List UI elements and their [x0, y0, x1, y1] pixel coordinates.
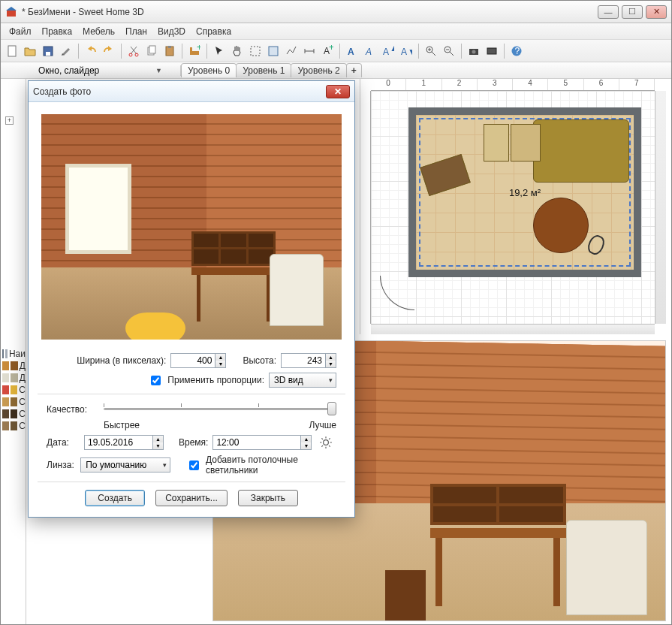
- list-item[interactable]: Наи: [1, 348, 26, 360]
- close-window-button[interactable]: ✕: [646, 5, 667, 19]
- furniture-desk[interactable]: [420, 154, 471, 196]
- create-dimension-icon[interactable]: [301, 43, 318, 59]
- menu-plan[interactable]: План: [120, 25, 152, 38]
- create-polyline-icon[interactable]: [283, 43, 300, 59]
- height-spinner[interactable]: ▲▼: [281, 353, 336, 368]
- zoom-in-icon[interactable]: [423, 43, 439, 59]
- select-tool-icon[interactable]: [211, 43, 228, 59]
- time-input[interactable]: [212, 435, 301, 450]
- undo-icon[interactable]: [83, 43, 99, 59]
- tab-level-0[interactable]: Уровень 0: [181, 63, 237, 77]
- level-tabs: Уровень 0 Уровень 1 Уровень 2 +: [181, 63, 361, 77]
- toolbar: + A+ A A A▲ A▼ ?: [1, 40, 671, 62]
- furniture-sofa[interactable]: [533, 119, 629, 183]
- svg-text:+: +: [329, 45, 333, 53]
- list-item[interactable]: Д: [1, 360, 26, 372]
- zoom-out-icon[interactable]: [441, 43, 457, 59]
- svg-rect-12: [190, 47, 192, 51]
- menu-view3d[interactable]: Вид3D: [152, 25, 191, 38]
- menu-furniture[interactable]: Мебель: [77, 25, 120, 38]
- titlebar: * БезИмени - Sweet Home 3D — ☐ ✕: [1, 1, 671, 23]
- furniture-cabinet-2[interactable]: [511, 124, 541, 162]
- help-icon[interactable]: ?: [508, 43, 525, 59]
- catalog-current[interactable]: Окно, слайдер ▼: [1, 65, 181, 76]
- list-item[interactable]: Д: [1, 372, 26, 384]
- width-spinner[interactable]: ▲▼: [170, 353, 226, 368]
- aspect-ratio-checkbox[interactable]: [151, 376, 161, 385]
- ruler-vertical: [360, 91, 371, 324]
- minimize-button[interactable]: —: [598, 5, 619, 19]
- list-item[interactable]: С: [1, 384, 26, 396]
- spinner-arrows-icon[interactable]: ▲▼: [301, 435, 312, 450]
- lens-label: Линза:: [47, 460, 76, 470]
- svg-rect-8: [149, 46, 155, 53]
- preferences-icon[interactable]: [58, 43, 74, 59]
- door-swing[interactable]: [380, 276, 414, 310]
- view3d-armchair: [566, 520, 647, 614]
- text-italic-icon[interactable]: A: [362, 43, 378, 59]
- spinner-arrows-icon[interactable]: ▲▼: [153, 435, 164, 450]
- plan-vertical-scrollbar[interactable]: [655, 91, 666, 324]
- save-button[interactable]: Сохранить...: [155, 490, 228, 506]
- date-input[interactable]: [84, 435, 153, 450]
- list-item[interactable]: С: [1, 396, 26, 408]
- plan-view[interactable]: 01234567 19,2 м²: [360, 79, 666, 334]
- list-item[interactable]: С: [1, 420, 26, 432]
- ruler-tick: 3: [478, 79, 513, 90]
- svg-text:+: +: [197, 45, 200, 53]
- maximize-button[interactable]: ☐: [622, 5, 643, 19]
- height-input[interactable]: [281, 353, 326, 368]
- menu-file[interactable]: Файл: [4, 25, 37, 38]
- svg-point-32: [324, 440, 329, 445]
- furniture-round-table[interactable]: [533, 198, 589, 253]
- svg-text:▼: ▼: [408, 47, 412, 57]
- quality-slider[interactable]: [104, 400, 336, 418]
- copy-icon[interactable]: [143, 43, 160, 59]
- width-input[interactable]: [170, 353, 215, 368]
- paste-icon[interactable]: [161, 43, 178, 59]
- create-text-icon[interactable]: A+: [319, 43, 336, 59]
- spinner-arrows-icon[interactable]: ▲▼: [215, 353, 226, 368]
- camera-marker-icon[interactable]: [585, 233, 607, 257]
- open-icon[interactable]: [22, 43, 38, 59]
- tree-expand-icon[interactable]: +: [5, 116, 14, 125]
- dialog-close-button[interactable]: ✕: [326, 85, 350, 98]
- text-decrease-icon[interactable]: A▼: [398, 43, 414, 59]
- add-furniture-icon[interactable]: +: [186, 43, 203, 59]
- slider-thumb[interactable]: [327, 402, 336, 415]
- cut-icon[interactable]: [125, 43, 142, 59]
- video-icon[interactable]: [484, 43, 500, 59]
- list-item[interactable]: С: [1, 408, 26, 420]
- save-icon[interactable]: [40, 43, 56, 59]
- plan-grid[interactable]: 19,2 м²: [371, 91, 655, 324]
- furniture-cabinet-1[interactable]: [484, 124, 509, 162]
- ceiling-lights-checkbox[interactable]: [189, 460, 199, 470]
- camera-icon[interactable]: [466, 43, 482, 59]
- create-walls-icon[interactable]: [247, 43, 264, 59]
- room-outline[interactable]: 19,2 м²: [408, 107, 641, 277]
- tab-add-level[interactable]: +: [346, 63, 362, 77]
- furniture-list: НаиДДСССС: [1, 348, 26, 432]
- create-button[interactable]: Создать: [85, 490, 145, 506]
- plan-horizontal-scrollbar[interactable]: [371, 324, 655, 334]
- lens-combo[interactable]: По умолчанию: [80, 457, 170, 473]
- svg-rect-10: [168, 46, 171, 48]
- svg-rect-14: [251, 47, 260, 56]
- new-icon[interactable]: [4, 43, 20, 59]
- menu-help[interactable]: Справка: [191, 25, 237, 38]
- create-photo-dialog: Создать фото ✕ Ширина (в пикселах): ▲▼: [28, 80, 355, 518]
- date-spinner[interactable]: ▲▼: [84, 435, 164, 450]
- close-button[interactable]: Закрыть: [238, 490, 298, 506]
- text-increase-icon[interactable]: A▲: [380, 43, 396, 59]
- text-bold-icon[interactable]: A: [344, 43, 360, 59]
- spinner-arrows-icon[interactable]: ▲▼: [326, 353, 336, 368]
- tab-level-2[interactable]: Уровень 2: [291, 63, 346, 77]
- menu-edit[interactable]: Правка: [37, 25, 78, 38]
- create-room-icon[interactable]: [265, 43, 282, 59]
- redo-icon[interactable]: [101, 43, 117, 59]
- time-spinner[interactable]: ▲▼: [212, 435, 312, 450]
- aspect-ratio-combo[interactable]: 3D вид: [269, 373, 336, 388]
- tab-level-1[interactable]: Уровень 1: [236, 63, 291, 77]
- pan-tool-icon[interactable]: [229, 43, 246, 59]
- sun-icon[interactable]: [319, 436, 333, 449]
